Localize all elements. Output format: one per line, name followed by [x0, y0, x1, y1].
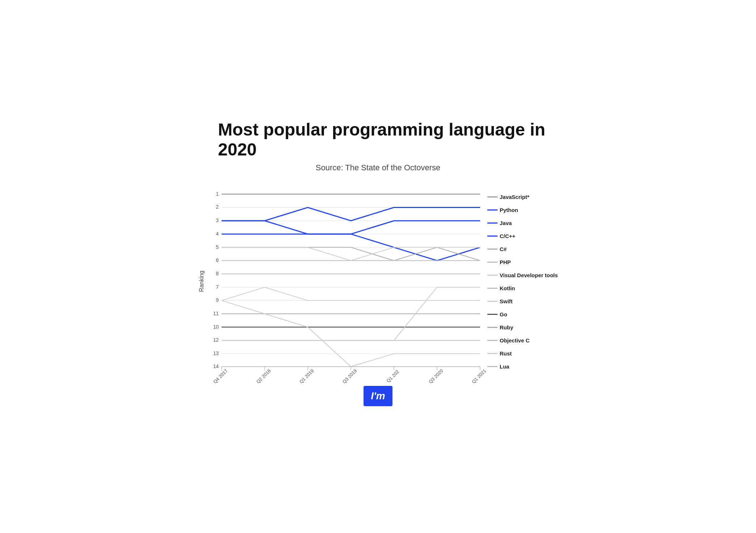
legend-item-vdt: Visual Developer tools	[487, 269, 560, 282]
svg-text:10: 10	[213, 324, 219, 329]
chart-svg: Q4 2017 Q2 2018 Q1 2019 Q3 2019 Q1 202 Q…	[222, 187, 480, 374]
svg-text:5: 5	[216, 244, 219, 250]
svg-text:12: 12	[213, 337, 219, 343]
watermark-logo: I'm	[364, 386, 392, 406]
legend-item-javascript: JavaScript*	[487, 191, 560, 204]
legend-line-go	[487, 314, 497, 315]
legend-line-vdt	[487, 275, 497, 276]
legend-item-php: PHP	[487, 256, 560, 269]
legend-item-kotlin: Kotlin	[487, 282, 560, 295]
svg-text:13: 13	[213, 350, 219, 356]
legend-line-objc	[487, 340, 497, 341]
legend-item-swift: Swift	[487, 295, 560, 308]
svg-text:4: 4	[216, 231, 219, 237]
legend-label-lua: Lua	[500, 363, 509, 370]
y-axis-label: Ranking	[196, 187, 207, 375]
page-title: Most popular programming language in 202…	[218, 120, 560, 159]
legend-label-javascript: JavaScript*	[500, 194, 529, 200]
watermark: I'm	[196, 386, 560, 406]
legend-label-go: Go	[500, 311, 507, 317]
y-axis	[207, 187, 222, 375]
svg-text:Q1 202: Q1 202	[386, 369, 400, 383]
legend-label-cpp: C/C++	[500, 233, 515, 239]
page-container: Most popular programming language in 202…	[189, 105, 567, 428]
svg-text:1: 1	[216, 191, 219, 196]
legend-label-vdt: Visual Developer tools	[500, 272, 558, 278]
legend-label-swift: Swift	[500, 298, 513, 304]
chart-with-y: Q4 2017 Q2 2018 Q1 2019 Q3 2019 Q1 202 Q…	[207, 187, 560, 375]
legend-item-go: Go	[487, 308, 560, 321]
legend-line-java	[487, 222, 497, 224]
legend-label-php: PHP	[500, 259, 511, 265]
legend-line-python	[487, 209, 497, 211]
svg-text:6: 6	[216, 257, 219, 263]
legend-item-cpp: C/C++	[487, 230, 560, 243]
legend-item-ruby: Ruby	[487, 321, 560, 334]
legend-line-php	[487, 262, 497, 263]
legend-item-python: Python	[487, 204, 560, 217]
legend-line-swift	[487, 301, 497, 302]
legend-item-objc: Objective C	[487, 334, 560, 347]
svg-text:8: 8	[216, 271, 219, 276]
legend-item-rust: Rust	[487, 347, 560, 360]
legend-line-ruby	[487, 327, 497, 328]
svg-text:9: 9	[216, 297, 219, 303]
svg-text:2: 2	[216, 204, 219, 210]
svg-text:Q1 2021: Q1 2021	[471, 368, 487, 384]
svg-text:Q3 2019: Q3 2019	[341, 368, 358, 384]
legend-label-objc: Objective C	[500, 337, 530, 343]
legend-line-lua	[487, 366, 497, 367]
legend-line-csharp	[487, 249, 497, 250]
legend-line-kotlin	[487, 288, 497, 289]
chart-area: Ranking	[196, 187, 560, 375]
legend-line-javascript	[487, 196, 497, 197]
legend-label-kotlin: Kotlin	[500, 285, 515, 291]
legend: JavaScript* Python Java C/C++ C#	[480, 187, 560, 375]
legend-label-python: Python	[500, 207, 518, 213]
svg-text:3: 3	[216, 217, 219, 223]
legend-line-rust	[487, 353, 497, 354]
legend-line-cpp	[487, 236, 497, 237]
legend-label-java: Java	[500, 220, 512, 226]
legend-label-rust: Rust	[500, 350, 512, 357]
svg-text:Q2 2018: Q2 2018	[255, 368, 272, 384]
svg-text:7: 7	[216, 284, 219, 290]
chart-main: Q4 2017 Q2 2018 Q1 2019 Q3 2019 Q1 202 Q…	[222, 187, 480, 375]
svg-text:Q3 2020: Q3 2020	[428, 368, 444, 384]
legend-item-lua: Lua	[487, 360, 560, 373]
svg-text:11: 11	[213, 311, 219, 316]
svg-text:14: 14	[213, 363, 219, 369]
legend-label-csharp: C#	[500, 246, 507, 252]
legend-item-java: Java	[487, 217, 560, 230]
legend-label-ruby: Ruby	[500, 324, 513, 330]
page-subtitle: Source: The State of the Octoverse	[196, 163, 560, 172]
legend-item-csharp: C#	[487, 243, 560, 256]
svg-text:Q1 2019: Q1 2019	[298, 368, 315, 384]
